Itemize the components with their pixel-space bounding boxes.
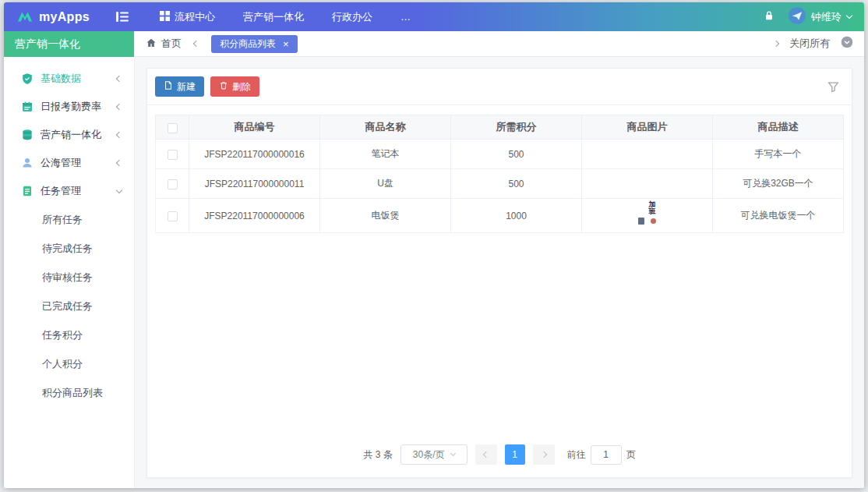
header-product-name[interactable]: 商品名称	[320, 115, 451, 140]
cell-product-code: JFSP220117000000016	[189, 140, 320, 169]
close-all-circle-icon[interactable]	[841, 36, 853, 51]
table-empty-space	[147, 233, 852, 437]
row-checkbox[interactable]	[168, 211, 178, 221]
header-points-required[interactable]: 所需积分	[451, 115, 582, 140]
tab-close-icon[interactable]: ×	[283, 39, 289, 49]
delete-button-label: 删除	[232, 80, 251, 94]
row-checkbox[interactable]	[168, 150, 178, 160]
new-button[interactable]: 新建	[155, 76, 204, 97]
sidebar-subitem-completed-tasks[interactable]: 已完成任务	[4, 292, 134, 320]
table-row[interactable]: JFSP220117000000016 笔记本 500 手写本一个	[156, 140, 844, 169]
sidebar-item-label: 日报考勤费率	[41, 100, 101, 114]
app-body: 营产销一体化 基础数据 日报考勤费率	[4, 31, 864, 488]
page-unit-label: 页	[626, 448, 636, 462]
sidebar-menu: 基础数据 日报考勤费率 营产销一体化	[4, 57, 134, 407]
delete-button[interactable]: 删除	[210, 76, 259, 97]
nav-item-label: 营产销一体化	[243, 10, 304, 24]
sidebar-item-label: 基础数据	[41, 72, 81, 86]
cell-description: 可兑换32GB一个	[713, 169, 844, 199]
sidebar-item-task-management[interactable]: 任务管理	[4, 177, 134, 205]
header-product-description[interactable]: 商品描述	[713, 115, 844, 140]
table-row[interactable]: JFSP220117000000006 电饭煲 1000 加班 可兑换电饭煲一个	[156, 199, 844, 233]
page-size-select[interactable]: 30条/页	[400, 444, 468, 465]
sidebar-subitem-task-points[interactable]: 任务积分	[4, 320, 134, 349]
next-page-button[interactable]	[533, 444, 555, 465]
page-content: 新建 删除	[135, 57, 864, 488]
sidebar: 营产销一体化 基础数据 日报考勤费率	[4, 31, 135, 488]
cell-product-name: U盘	[320, 169, 451, 199]
app-window: myApps 流程中心 营产销一体化 行政办公 …	[4, 2, 864, 488]
chevron-down-icon	[116, 186, 122, 193]
home-icon	[146, 37, 157, 51]
navbar-right: 钟维玲	[764, 7, 852, 27]
logo-mountain-icon	[16, 9, 34, 25]
sidebar-item-basic-data[interactable]: 基础数据	[4, 65, 134, 93]
chevron-left-icon	[116, 160, 122, 166]
cell-product-name: 笔记本	[320, 140, 451, 169]
tab-scroll-left[interactable]	[194, 41, 199, 46]
person-icon	[21, 157, 34, 169]
chevron-left-icon	[116, 104, 122, 110]
table-row[interactable]: JFSP220117000000011 U盘 500 可兑换32GB一个	[156, 169, 844, 199]
nav-item-integration[interactable]: 营产销一体化	[243, 10, 304, 24]
cell-select	[156, 199, 189, 233]
app-logo[interactable]: myApps	[16, 9, 90, 25]
page-size-label: 30条/页	[413, 448, 445, 462]
goto-label: 前往	[567, 448, 586, 462]
cell-select	[156, 140, 189, 169]
sidebar-subitem-pending-tasks[interactable]: 待完成任务	[4, 234, 134, 263]
row-checkbox[interactable]	[168, 179, 178, 189]
tab-label: 积分商品列表	[220, 37, 276, 51]
home-tab[interactable]: 首页	[146, 37, 182, 51]
tab-bar: 首页 积分商品列表 × 关闭所有	[135, 31, 864, 57]
sidebar-subitem-review-tasks[interactable]: 待审核任务	[4, 263, 134, 292]
ellipsis-icon: …	[400, 11, 411, 23]
toolbar: 新建 删除	[147, 69, 852, 105]
tab-scroll-right[interactable]	[774, 41, 778, 46]
sidebar-item-public-sea[interactable]: 公海管理	[4, 149, 134, 177]
header-product-code[interactable]: 商品编号	[189, 115, 320, 140]
filter-icon[interactable]	[827, 81, 839, 93]
sidebar-item-daily-attendance[interactable]: 日报考勤费率	[4, 93, 134, 121]
sidebar-subitem-personal-points[interactable]: 个人积分	[4, 349, 134, 378]
goto-page: 前往 页	[567, 445, 636, 465]
sidebar-item-integration[interactable]: 营产销一体化	[4, 121, 134, 149]
sidebar-item-label: 营产销一体化	[41, 128, 101, 142]
cell-description: 可兑换电饭煲一个	[713, 199, 844, 233]
close-all-button[interactable]: 关闭所有	[789, 37, 830, 51]
collapse-menu-icon[interactable]	[116, 12, 129, 22]
cell-points: 500	[451, 140, 582, 169]
nav-item-admin-office[interactable]: 行政办公	[332, 10, 372, 24]
header-product-image[interactable]: 商品图片	[582, 115, 713, 140]
cell-product-image	[582, 169, 713, 199]
pagination: 共 3 条 30条/页 1 前往 页	[147, 437, 852, 477]
username: 钟维玲	[811, 10, 842, 24]
cell-product-image: 加班	[582, 199, 713, 233]
user-menu[interactable]: 钟维玲	[789, 7, 852, 27]
tab-points-product-list[interactable]: 积分商品列表 ×	[211, 35, 298, 53]
trash-icon	[219, 80, 228, 93]
chevron-down-icon	[846, 12, 852, 19]
lock-icon[interactable]	[764, 10, 774, 23]
main-column: 首页 积分商品列表 × 关闭所有	[135, 31, 864, 488]
table-header-row: 商品编号 商品名称 所需积分 商品图片 商品描述	[156, 115, 844, 140]
header-select-all	[156, 115, 189, 140]
nav-item-process-center[interactable]: 流程中心	[160, 10, 215, 24]
home-tab-label: 首页	[161, 37, 182, 51]
prev-page-button[interactable]	[475, 444, 497, 465]
select-all-checkbox[interactable]	[168, 123, 178, 133]
sidebar-subitem-points-product-list[interactable]: 积分商品列表	[4, 378, 134, 407]
cell-points: 1000	[451, 199, 582, 233]
nav-item-more[interactable]: …	[400, 11, 411, 23]
cell-product-code: JFSP220117000000006	[189, 199, 320, 233]
task-document-icon	[21, 185, 34, 197]
sidebar-subitem-all-tasks[interactable]: 所有任务	[4, 205, 134, 234]
calendar-icon	[21, 101, 34, 113]
cell-product-name: 电饭煲	[320, 199, 451, 233]
goto-page-input[interactable]	[591, 445, 622, 465]
current-page-button[interactable]: 1	[505, 444, 525, 465]
new-document-icon	[164, 80, 173, 93]
new-button-label: 新建	[177, 80, 196, 94]
products-table-wrap: 商品编号 商品名称 所需积分 商品图片 商品描述 JF	[155, 115, 844, 233]
cell-product-code: JFSP220117000000011	[189, 169, 320, 199]
